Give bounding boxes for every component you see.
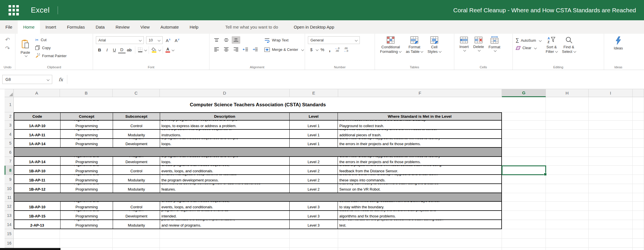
menu-tab-help[interactable]: Help [184, 20, 204, 34]
cell-concept-row10[interactable]: Algorithms andProgramming [60, 184, 113, 193]
menu-tab-home[interactable]: Home [18, 20, 40, 34]
comma-format-button[interactable]: , [329, 46, 331, 53]
cell-x13[interactable] [633, 211, 644, 220]
cell-G8[interactable] [502, 166, 546, 175]
cell-F15[interactable] [338, 229, 502, 239]
align-middle-button[interactable] [222, 36, 231, 44]
cell-x2[interactable] [633, 112, 644, 121]
cell-concept-row14[interactable]: Algorithms andProgramming [60, 220, 113, 229]
cell-H10[interactable] [546, 184, 589, 193]
redo-icon[interactable]: ↷ [5, 45, 10, 51]
increase-decimal-button[interactable]: ←.0.00 [335, 47, 340, 52]
app-launcher-icon[interactable] [9, 5, 19, 15]
app-name[interactable]: Excel [31, 6, 50, 15]
cell-I13[interactable] [589, 211, 633, 220]
bold-button[interactable]: B [96, 46, 103, 54]
cell-H11[interactable] [546, 193, 589, 202]
wrap-text-button[interactable]: Wrap Text [264, 36, 304, 44]
cell-where-row5[interactable]: Coral Reef Cleanup Playground, students … [338, 139, 501, 147]
row-header-15[interactable]: 15 [5, 229, 14, 239]
align-bottom-button[interactable] [232, 36, 240, 44]
cell-x11[interactable] [633, 193, 644, 202]
cell-level-row4[interactable]: Level 1 [290, 130, 338, 138]
cell-code-row9[interactable]: 1B-AP-11 [14, 175, 60, 183]
cell-desc-row9[interactable]: smaller, manageable subproblems to facil… [160, 175, 290, 183]
cell-concept-row9[interactable]: Algorithms andProgramming [60, 175, 113, 183]
clear-button[interactable]: Clear [516, 46, 541, 50]
cell-G15[interactable] [502, 229, 546, 239]
cell-x5[interactable] [633, 139, 644, 148]
cell-desc-row14[interactable]: parts to facilitate the design, implemen… [160, 220, 290, 229]
cell-x3[interactable] [633, 121, 644, 130]
cell-I3[interactable] [589, 121, 633, 130]
cell-where-row14[interactable]: then can iterate on the project to colle… [338, 220, 501, 229]
sort-filter-button[interactable]: AZ Sort & Filter [544, 36, 560, 54]
cell-G2[interactable] [502, 112, 546, 121]
cell-sub-row9[interactable]: Modularity [113, 175, 160, 183]
cell-code-row13[interactable]: 1B-AP-15 [14, 211, 60, 219]
row-header-9[interactable]: 9 [5, 175, 14, 184]
cell-level-row10[interactable]: Level 2 [290, 184, 338, 193]
column-header-H[interactable]: H [546, 89, 589, 97]
cell-I1[interactable] [589, 97, 633, 112]
decrease-decimal-button[interactable]: .00→.0 [344, 47, 348, 52]
number-format-select[interactable]: General [308, 36, 360, 44]
cell-desc-row3[interactable]: Develop programs with sequences and simp… [160, 121, 290, 129]
cell-x17[interactable] [633, 248, 644, 250]
grow-font-button[interactable]: A∧ [166, 38, 171, 43]
cell-x1[interactable] [633, 97, 644, 112]
autosum-button[interactable]: ∑ AutoSum [516, 37, 541, 43]
align-right-button[interactable] [232, 46, 240, 53]
cell-concept-row13[interactable]: Algorithms andProgramming [60, 211, 113, 219]
menu-tab-formulas[interactable]: Formulas [62, 20, 90, 34]
document-title[interactable]: Coral Reef Cleanup - Where and How CSTA … [453, 7, 644, 14]
cell-desc-row8[interactable]: Create programs that include sequences,e… [160, 166, 290, 174]
cell-I12[interactable] [589, 202, 633, 211]
cell-where-row10[interactable]: that they can modify to collect more tra… [338, 184, 501, 193]
menu-tab-insert[interactable]: Insert [40, 20, 62, 34]
cell-C15[interactable] [113, 229, 160, 239]
paste-button[interactable]: Paste [18, 39, 32, 57]
cell-E17[interactable] [290, 248, 338, 250]
column-header-partial[interactable] [633, 89, 644, 97]
row-header-10[interactable]: 10 [5, 184, 14, 193]
cell-I11[interactable] [589, 193, 633, 202]
cell-I7[interactable] [589, 157, 633, 166]
italic-button[interactable]: I [103, 46, 111, 54]
cell-code-row4[interactable]: 1A-AP-11 [14, 130, 60, 138]
cell-code-row10[interactable]: 1B-AP-12 [14, 184, 60, 193]
cell-H6[interactable] [546, 148, 589, 157]
cell-sub-row13[interactable]: ProgramDevelopment [113, 211, 160, 219]
cell-concept-row8[interactable]: Algorithms andProgramming [60, 166, 113, 174]
cell-G1[interactable] [502, 97, 546, 112]
select-all-corner[interactable] [5, 89, 14, 97]
column-header-G[interactable]: G [502, 89, 546, 97]
cell-x10[interactable] [633, 184, 644, 193]
row-header-12[interactable]: 12 [5, 202, 14, 211]
undo-icon[interactable]: ↶ [5, 37, 10, 43]
cell-level-row14[interactable]: Level 3 [290, 220, 338, 229]
cell-I14[interactable] [589, 220, 633, 229]
cell-A16[interactable] [14, 239, 60, 248]
cell-G6[interactable] [502, 148, 546, 157]
cell-desc-row5[interactable]: a program that includes sequences and si… [160, 139, 290, 147]
cell-sub-row10[interactable]: Modularity [113, 184, 160, 193]
cell-E15[interactable] [290, 229, 338, 239]
cell-G10[interactable] [502, 184, 546, 193]
cell-desc-row4[interactable]: solve a problem into a precise sequence … [160, 130, 290, 138]
menu-tab-data[interactable]: Data [90, 20, 110, 34]
cell-level-row12[interactable]: Level 3 [290, 202, 338, 210]
underline-button[interactable]: U [111, 46, 118, 54]
percent-format-button[interactable]: % [320, 47, 324, 52]
cell-I16[interactable] [589, 239, 633, 248]
tell-me-search[interactable]: Tell me what you want to do [225, 20, 278, 34]
row-header-16[interactable]: 16 [5, 239, 14, 248]
cell-H2[interactable] [546, 112, 589, 121]
cell-G12[interactable] [502, 202, 546, 211]
column-header-A[interactable]: A [14, 89, 60, 97]
cell-G17[interactable] [502, 248, 546, 250]
cell-G16[interactable] [502, 239, 546, 248]
cell-G11[interactable] [502, 193, 546, 202]
row-header-14[interactable]: 14 [5, 220, 14, 229]
cut-button[interactable]: ✂ Cut [35, 36, 66, 43]
